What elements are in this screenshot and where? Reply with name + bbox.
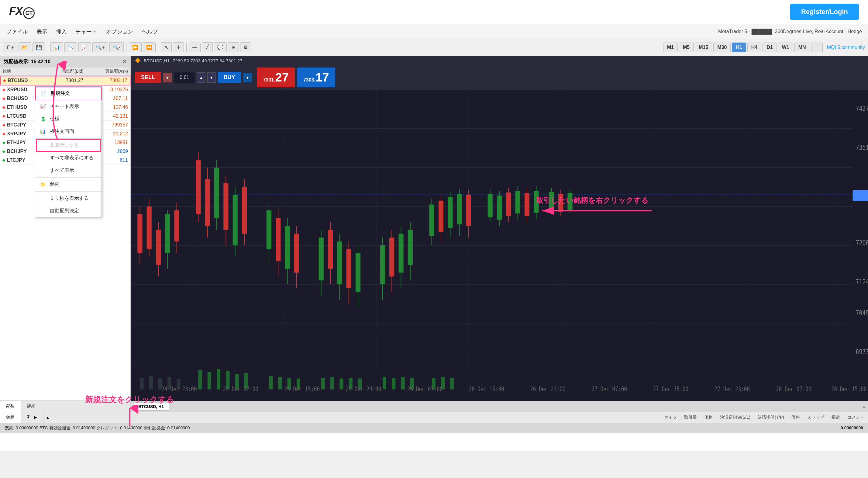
- tf-h1[interactable]: H1: [732, 42, 746, 52]
- tline-btn[interactable]: ╱: [202, 42, 213, 52]
- new-chart-btn[interactable]: 🗒+: [3, 42, 17, 52]
- xrpjpy-name: XRPJPY: [7, 131, 26, 137]
- ctx-millisec[interactable]: ミリ秒を表示する: [35, 192, 101, 205]
- chart-scroll-right[interactable]: »: [863, 404, 866, 409]
- cursor-btn[interactable]: ↖: [161, 42, 172, 52]
- buy-dropdown[interactable]: ▼: [243, 73, 252, 82]
- bottom-tabs: 銘柄 列 ▶ ▲ タイプ 取引量 価格 決済逆指値(S/L) 決済指値(T/P)…: [0, 412, 868, 423]
- indicator-btn[interactable]: ⚙: [240, 42, 251, 52]
- symbol-row-btcusd[interactable]: ◆BTCUSD 7301.27 7303.17: [0, 76, 130, 85]
- svg-text:25 Dec 07:00: 25 Dec 07:00: [223, 386, 258, 393]
- sell-button[interactable]: SELL: [135, 72, 161, 83]
- menu-options[interactable]: オプション: [106, 28, 133, 35]
- scroll-right[interactable]: ⏩: [129, 42, 142, 52]
- bottom-sort-up[interactable]: ▲: [43, 413, 52, 422]
- bottom-col-profit: 損益: [828, 414, 844, 421]
- bottom-col-tp: 決済指値(T/P): [754, 414, 788, 421]
- svg-rect-124: [401, 377, 405, 390]
- menu-help[interactable]: ヘルプ: [142, 28, 158, 35]
- ctx-spec-label: 仕様: [50, 116, 60, 122]
- fullscreen-btn[interactable]: ⛶: [811, 42, 823, 52]
- buy-button[interactable]: BUY: [218, 72, 241, 83]
- svg-rect-77: [439, 201, 443, 232]
- svg-rect-37: [196, 160, 200, 214]
- ctx-spec[interactable]: 💲 仕様: [35, 113, 101, 125]
- bottom-col-type: タイプ: [660, 414, 680, 421]
- crosshair-btn[interactable]: ✛: [173, 42, 184, 52]
- svg-rect-27: [137, 214, 142, 253]
- logo: FXGT: [9, 5, 35, 19]
- separator-1: [48, 42, 48, 52]
- menu-insert[interactable]: 挿入: [56, 28, 67, 35]
- menu-chart[interactable]: チャート: [75, 28, 97, 35]
- bottom-tab-symbol[interactable]: 銘柄: [0, 412, 21, 423]
- svg-rect-81: [457, 194, 462, 225]
- svg-rect-103: [149, 376, 153, 390]
- grid-btn[interactable]: ⊞: [228, 42, 239, 52]
- bottom-tab-column[interactable]: 列 ▶: [21, 412, 43, 423]
- ctx-auto-arrange[interactable]: 自動配列決定: [35, 205, 101, 217]
- tf-w1[interactable]: W1: [778, 42, 793, 52]
- ctx-hide: 非表示にする: [35, 139, 101, 152]
- svg-rect-49: [267, 210, 271, 249]
- menu-view[interactable]: 表示: [36, 28, 48, 35]
- chart-tab-btcusd[interactable]: BTCUSD, H1: [133, 402, 169, 411]
- tab-symbol[interactable]: 銘柄: [0, 401, 21, 412]
- mql5-link[interactable]: MQL5.community: [827, 45, 865, 50]
- bottom-col-price2: 価格: [788, 414, 804, 421]
- main-content: 気配値表示: 15:42:10 ✕ 銘柄 売気配(Bid) 買気配(Ask) ◆…: [0, 56, 868, 412]
- bottom-col-volume: 取引量: [680, 414, 701, 421]
- ctx-depth[interactable]: 📊 板注文画面: [35, 125, 101, 138]
- lot-decrease[interactable]: ▼: [207, 72, 216, 83]
- svg-text:26 Dec 07:00: 26 Dec 07:00: [407, 386, 443, 393]
- ctx-hide-all[interactable]: すべて非表示にする: [35, 152, 101, 164]
- ctx-chart-label: チャート表示: [50, 103, 79, 110]
- btcusd-name: BTCUSD: [8, 78, 28, 83]
- svg-rect-114: [278, 377, 282, 390]
- menu-file[interactable]: ファイル: [6, 28, 28, 35]
- zoom-in-btn[interactable]: 🔍+: [92, 42, 108, 52]
- svg-rect-29: [147, 206, 152, 249]
- btcjpy-indicator: ◆: [2, 123, 5, 127]
- zoom-out-bars[interactable]: 📉: [64, 42, 77, 52]
- ctx-show-all[interactable]: すべて表示: [35, 164, 101, 177]
- ctx-chart[interactable]: 📈 チャート表示: [35, 100, 101, 113]
- lot-input[interactable]: [174, 72, 195, 83]
- spec-icon: 💲: [40, 116, 47, 122]
- tf-d1[interactable]: D1: [763, 42, 777, 52]
- zoom-in-bars[interactable]: 📊: [51, 42, 63, 52]
- svg-rect-123: [392, 378, 395, 389]
- toolbar: 🗒+ 📂 💾 📊 📉 📈 🔍+ 🔍- ⏩ ⏪ ↖ ✛ — ╱ 💬 ⊞ ⚙ M1 …: [0, 39, 868, 56]
- market-watch-panel: 気配値表示: 15:42:10 ✕ 銘柄 売気配(Bid) 買気配(Ask) ◆…: [0, 56, 131, 412]
- tf-h4[interactable]: H4: [747, 42, 761, 52]
- ctx-new-order[interactable]: 📄 新規注文: [35, 87, 101, 100]
- ctx-depth-label: 板注文画面: [50, 128, 74, 135]
- bottom-col-sl: 決済逆指値(S/L): [716, 414, 754, 421]
- register-login-button[interactable]: Register/Login: [790, 4, 859, 20]
- tf-m1[interactable]: M1: [663, 42, 678, 52]
- svg-rect-43: [223, 183, 228, 230]
- market-watch-title: 気配値表示: 15:42:10: [4, 59, 51, 65]
- tf-mn[interactable]: MN: [795, 42, 810, 52]
- text-btn[interactable]: 💬: [214, 42, 227, 52]
- lot-increase[interactable]: ▲: [197, 72, 206, 83]
- line-chart[interactable]: 📈: [79, 42, 91, 52]
- zoom-out-btn[interactable]: 🔍-: [110, 42, 124, 52]
- svg-text:26 Dec 23:00: 26 Dec 23:00: [530, 386, 566, 393]
- sell-dropdown[interactable]: ▼: [163, 73, 172, 82]
- svg-text:6973.59: 6973.59: [856, 348, 868, 356]
- scroll-left[interactable]: ⏪: [143, 42, 156, 52]
- hline-btn[interactable]: —: [189, 42, 200, 52]
- tf-m15[interactable]: M15: [695, 42, 712, 52]
- svg-rect-109: [217, 369, 220, 390]
- open-btn[interactable]: 📂: [19, 42, 31, 52]
- ctx-symbols[interactable]: 📁 銘柄: [35, 178, 101, 191]
- tab-detail[interactable]: 詳細: [21, 401, 42, 412]
- btcusd-bid: 7301.27: [39, 78, 84, 83]
- svg-text:26 Dec 15:00: 26 Dec 15:00: [469, 386, 504, 393]
- tf-m5[interactable]: M5: [679, 42, 693, 52]
- save-btn[interactable]: 💾: [33, 42, 45, 52]
- market-watch-close[interactable]: ✕: [122, 58, 127, 65]
- ctx-symbols-label: 銘柄: [50, 181, 60, 188]
- tf-m30[interactable]: M30: [713, 42, 731, 52]
